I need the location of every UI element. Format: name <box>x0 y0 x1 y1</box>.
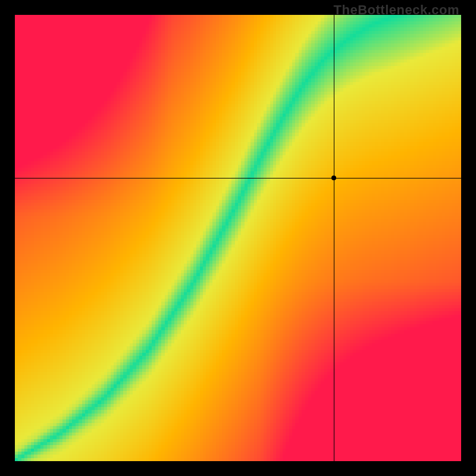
chart-container: TheBottleneck.com <box>0 0 476 476</box>
crosshair-vertical <box>334 15 334 461</box>
plot-area <box>15 15 461 461</box>
crosshair-horizontal <box>15 178 461 178</box>
heatmap-canvas <box>15 15 461 461</box>
marker-dot <box>331 176 336 180</box>
